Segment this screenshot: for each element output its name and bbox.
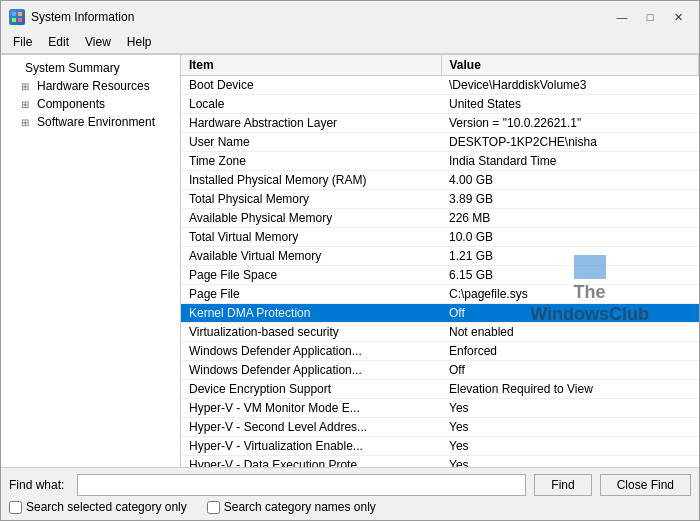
table-row[interactable]: Boot Device\Device\HarddiskVolume3 [181,76,699,95]
cell-value: 1.21 GB [441,247,699,266]
col-item: Item [181,55,441,76]
cell-value: C:\pagefile.sys [441,285,699,304]
cell-value: Enforced [441,342,699,361]
content-pane: Item Value Boot Device\Device\HarddiskVo… [181,55,699,467]
cell-value: United States [441,95,699,114]
checkbox-search-names-input[interactable] [207,501,220,514]
table-row[interactable]: Kernel DMA ProtectionOff [181,304,699,323]
expander-hardware-resources: ⊞ [21,81,33,92]
cell-item: Boot Device [181,76,441,95]
checkbox-search-selected-label: Search selected category only [26,500,187,514]
checkbox-search-names[interactable]: Search category names only [207,500,376,514]
menu-view[interactable]: View [77,33,119,51]
table-row[interactable]: LocaleUnited States [181,95,699,114]
table-row[interactable]: Installed Physical Memory (RAM)4.00 GB [181,171,699,190]
cell-item: Page File [181,285,441,304]
table-row[interactable]: Virtualization-based securityNot enabled [181,323,699,342]
svg-rect-1 [18,12,22,16]
menu-file[interactable]: File [5,33,40,51]
cell-item: Time Zone [181,152,441,171]
cell-value: 4.00 GB [441,171,699,190]
close-button[interactable]: ✕ [665,7,691,27]
maximize-button[interactable]: □ [637,7,663,27]
bottom-bar: Find what: Find Close Find Search select… [1,467,699,520]
table-row[interactable]: Device Encryption SupportElevation Requi… [181,380,699,399]
cell-value: Elevation Required to View [441,380,699,399]
sidebar-item-hardware-resources[interactable]: ⊞ Hardware Resources [1,77,180,95]
sidebar-label-software-environment: Software Environment [37,115,155,129]
cell-item: Total Physical Memory [181,190,441,209]
cell-value: Yes [441,418,699,437]
cell-item: Available Physical Memory [181,209,441,228]
checkbox-search-selected[interactable]: Search selected category only [9,500,187,514]
cell-item: Installed Physical Memory (RAM) [181,171,441,190]
menu-help[interactable]: Help [119,33,160,51]
cell-item: User Name [181,133,441,152]
expander-software-environment: ⊞ [21,117,33,128]
cell-value: DESKTOP-1KP2CHE\nisha [441,133,699,152]
table-row[interactable]: Windows Defender Application...Off [181,361,699,380]
cell-item: Device Encryption Support [181,380,441,399]
sidebar-label-system-summary: System Summary [25,61,120,75]
cell-value: India Standard Time [441,152,699,171]
find-row: Find what: Find Close Find [9,474,691,496]
sidebar-item-system-summary[interactable]: System Summary [1,59,180,77]
table-row[interactable]: Page FileC:\pagefile.sys [181,285,699,304]
table-row[interactable]: Total Physical Memory3.89 GB [181,190,699,209]
cell-item: Available Virtual Memory [181,247,441,266]
checkboxes-row: Search selected category only Search cat… [9,500,691,514]
table-row[interactable]: Hyper-V - Virtualization Enable...Yes [181,437,699,456]
close-find-button[interactable]: Close Find [600,474,691,496]
cell-value: 6.15 GB [441,266,699,285]
col-value: Value [441,55,699,76]
svg-rect-3 [18,18,22,22]
checkbox-search-selected-input[interactable] [9,501,22,514]
cell-item: Windows Defender Application... [181,361,441,380]
checkbox-search-names-label: Search category names only [224,500,376,514]
cell-value: Yes [441,437,699,456]
cell-value: Off [441,304,699,323]
cell-value: 10.0 GB [441,228,699,247]
table-row[interactable]: Page File Space6.15 GB [181,266,699,285]
cell-value: Off [441,361,699,380]
cell-value: 3.89 GB [441,190,699,209]
cell-value: 226 MB [441,209,699,228]
minimize-button[interactable]: — [609,7,635,27]
svg-rect-0 [12,12,16,16]
sidebar-item-software-environment[interactable]: ⊞ Software Environment [1,113,180,131]
cell-value: Version = "10.0.22621.1" [441,114,699,133]
cell-item: Hardware Abstraction Layer [181,114,441,133]
title-controls: — □ ✕ [609,7,691,27]
table-row[interactable]: Hardware Abstraction LayerVersion = "10.… [181,114,699,133]
cell-item: Hyper-V - Virtualization Enable... [181,437,441,456]
menu-bar: File Edit View Help [1,31,699,54]
title-bar-left: System Information [9,9,134,25]
cell-item: Locale [181,95,441,114]
find-button[interactable]: Find [534,474,591,496]
table-row[interactable]: Available Physical Memory226 MB [181,209,699,228]
table-row[interactable]: Windows Defender Application...Enforced [181,342,699,361]
sidebar-label-components: Components [37,97,105,111]
sidebar-label-hardware-resources: Hardware Resources [37,79,150,93]
table-row[interactable]: Hyper-V - VM Monitor Mode E...Yes [181,399,699,418]
cell-item: Page File Space [181,266,441,285]
title-bar: System Information — □ ✕ [1,1,699,31]
table-row[interactable]: Total Virtual Memory10.0 GB [181,228,699,247]
table-row[interactable]: Available Virtual Memory1.21 GB [181,247,699,266]
svg-rect-2 [12,18,16,22]
menu-edit[interactable]: Edit [40,33,77,51]
app-icon [9,9,25,25]
main-content: System Summary ⊞ Hardware Resources ⊞ Co… [1,54,699,467]
cell-value: Yes [441,399,699,418]
table-row[interactable]: Time ZoneIndia Standard Time [181,152,699,171]
table-container[interactable]: Item Value Boot Device\Device\HarddiskVo… [181,55,699,467]
table-row[interactable]: User NameDESKTOP-1KP2CHE\nisha [181,133,699,152]
window-title: System Information [31,10,134,24]
sidebar-item-components[interactable]: ⊞ Components [1,95,180,113]
table-row[interactable]: Hyper-V - Second Level Addres...Yes [181,418,699,437]
cell-item: Hyper-V - Second Level Addres... [181,418,441,437]
cell-value: \Device\HarddiskVolume3 [441,76,699,95]
table-row[interactable]: Hyper-V - Data Execution Prote...Yes [181,456,699,468]
find-input[interactable] [77,474,526,496]
info-table: Item Value Boot Device\Device\HarddiskVo… [181,55,699,467]
